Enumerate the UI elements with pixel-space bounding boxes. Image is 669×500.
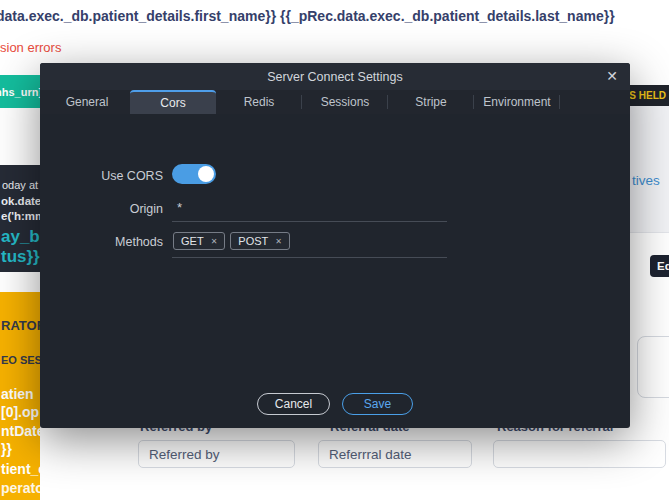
method-tag-label: GET xyxy=(181,235,204,247)
close-icon[interactable]: ✕ xyxy=(606,69,618,83)
methods-label: Methods xyxy=(40,235,163,249)
partial-input-box[interactable] xyxy=(637,336,669,398)
operator-card-line: }} xyxy=(1,441,12,457)
methods-tag-list[interactable]: GET ✕ POST ✕ xyxy=(173,232,290,250)
operator-card-line: RATOR xyxy=(1,318,40,333)
dialog-title: Server Connect Settings xyxy=(267,70,403,84)
remove-tag-icon[interactable]: ✕ xyxy=(275,237,282,246)
method-tag-label: POST xyxy=(238,235,268,247)
operator-card-line: atien xyxy=(1,386,34,402)
nhs-urn-chip: nhs_urn}} xyxy=(0,75,42,108)
dialog-titlebar: Server Connect Settings ✕ xyxy=(40,63,630,90)
operator-card-line: peratory xyxy=(1,480,40,496)
nhs-urn-chip-label: nhs_urn}} xyxy=(0,86,42,98)
operator-card-line: EO SES xyxy=(1,354,40,366)
settings-tabbar: General Cors Redis Sessions Stripe Envir… xyxy=(40,90,630,114)
operator-card: RATOR EO SES atien [0].op ntDate('H }} t… xyxy=(0,292,40,500)
code-snippet-block: oday at ok.date e('h:mm ay_b tus}} xyxy=(0,165,40,272)
validation-errors-text: sion errors xyxy=(0,40,61,55)
referred-by-input[interactable] xyxy=(138,440,295,468)
operator-card-line: [0].op xyxy=(1,404,39,420)
page-section-band xyxy=(630,105,669,233)
origin-input[interactable]: * xyxy=(177,200,182,215)
cancel-button[interactable]: Cancel xyxy=(257,393,330,415)
remove-tag-icon[interactable]: ✕ xyxy=(211,237,218,246)
referral-date-input[interactable] xyxy=(318,440,472,468)
origin-label: Origin xyxy=(40,202,163,216)
tab-stripe[interactable]: Stripe xyxy=(388,90,474,114)
code-line: ay_b xyxy=(1,227,40,247)
tab-cors[interactable]: Cors xyxy=(130,90,216,114)
operator-card-line: ntDate('H xyxy=(1,423,40,439)
code-line: oday at xyxy=(2,179,38,191)
reason-for-referral-input[interactable] xyxy=(493,440,666,468)
alternatives-link[interactable]: tives xyxy=(632,173,660,188)
code-line: e('h:mm xyxy=(1,210,40,222)
methods-input-underline xyxy=(172,257,447,258)
code-line: ok.date xyxy=(1,195,40,207)
tab-general[interactable]: General xyxy=(44,90,130,114)
results-held-badge: S HELD xyxy=(630,85,669,106)
tab-redis[interactable]: Redis xyxy=(216,90,302,114)
method-tag-post: POST ✕ xyxy=(230,232,290,250)
code-line: tus}} xyxy=(1,247,40,267)
tab-sessions[interactable]: Sessions xyxy=(302,90,388,114)
tab-environment[interactable]: Environment xyxy=(474,90,560,114)
origin-input-underline xyxy=(172,221,447,222)
method-tag-get: GET ✕ xyxy=(173,232,225,250)
save-button[interactable]: Save xyxy=(342,393,413,415)
operator-card-line: tient_op xyxy=(1,461,40,477)
server-connect-settings-dialog: Server Connect Settings ✕ General Cors R… xyxy=(40,63,630,428)
edit-button[interactable]: Ed xyxy=(650,255,669,277)
use-cors-toggle[interactable] xyxy=(172,164,216,184)
toggle-knob xyxy=(198,166,214,182)
patient-name-binding-text: data.exec._db.patient_details.first_name… xyxy=(0,8,669,24)
use-cors-label: Use CORS xyxy=(40,169,163,183)
